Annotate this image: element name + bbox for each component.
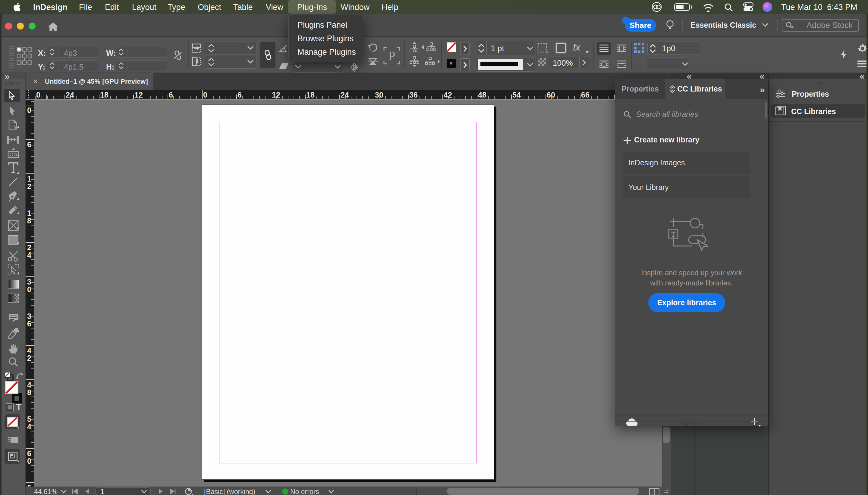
svg-text:P: P [388, 49, 395, 63]
